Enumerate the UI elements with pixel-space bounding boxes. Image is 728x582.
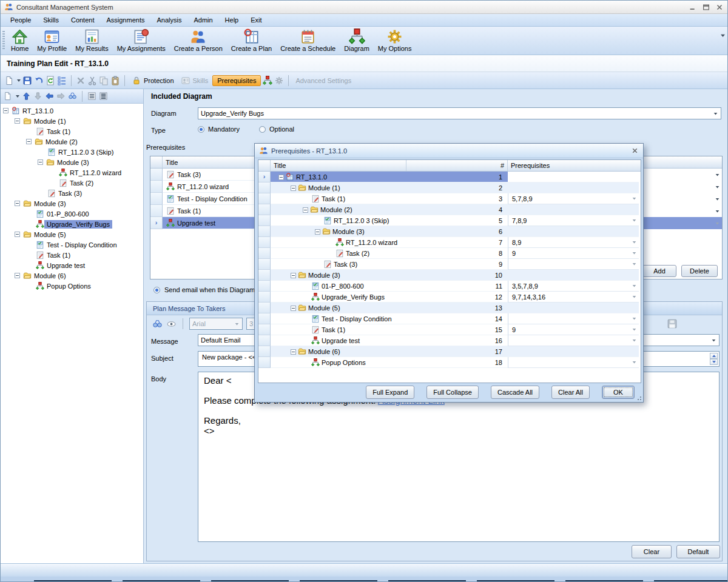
find-icon[interactable] xyxy=(68,92,77,101)
dialog-grid-row[interactable]: Module (2)4 xyxy=(258,204,641,215)
refresh-icon[interactable] xyxy=(46,76,55,85)
dialog-grid-row[interactable]: 01-P_800-600113,5,7,8,9 xyxy=(258,281,641,292)
delete-x-icon[interactable] xyxy=(76,76,86,85)
menu-people[interactable]: People xyxy=(4,15,37,25)
save-message-icon[interactable] xyxy=(667,318,678,329)
dropdown-gray-icon[interactable] xyxy=(632,283,637,289)
dropdown-icon[interactable] xyxy=(715,196,720,202)
dialog-grid-row[interactable]: Module (3)6 xyxy=(258,226,641,237)
type-option-mandatory[interactable]: Mandatory xyxy=(198,125,240,133)
dialog-prerequisite-cell[interactable]: 7,8,9 xyxy=(508,215,639,226)
toolbar-create-a-person[interactable]: Create a Person xyxy=(171,28,226,53)
left-icon[interactable] xyxy=(45,92,54,101)
dialog-full-collapse-button[interactable]: Full Collapse xyxy=(426,386,479,399)
dropdown-gray-icon[interactable] xyxy=(632,250,637,256)
dialog-grid-row[interactable]: Module (6)17 xyxy=(258,346,641,357)
dialog-clear-all-button[interactable]: Clear All xyxy=(551,386,590,399)
dialog-grid-row[interactable]: Task (1)35,7,8,9 xyxy=(258,193,641,204)
dialog-grid-row[interactable]: Task (1)159 xyxy=(258,324,641,335)
dropdown-icon[interactable] xyxy=(715,209,720,214)
dialog-ok-button[interactable]: OK xyxy=(602,386,635,399)
dialog-prerequisite-cell[interactable] xyxy=(508,313,639,324)
dialog-prerequisite-cell[interactable]: 5,7,8,9 xyxy=(508,193,639,204)
dialog-row-gutter[interactable] xyxy=(258,303,271,313)
save-icon[interactable] xyxy=(22,76,32,85)
tree-expander[interactable] xyxy=(15,118,20,124)
tree-item[interactable]: Task (3) xyxy=(1,188,143,198)
radio-mandatory[interactable] xyxy=(198,126,204,133)
dialog-prerequisite-cell[interactable] xyxy=(508,259,639,270)
dialog-resize-grip[interactable] xyxy=(636,395,642,401)
dropdown-gray-icon[interactable] xyxy=(632,327,637,332)
checklist-icon[interactable] xyxy=(57,76,67,85)
close-icon[interactable] xyxy=(715,3,724,12)
tree-item[interactable]: Upgrade_Verify Bugs xyxy=(1,219,143,229)
advanced-settings-button[interactable]: Advanced Settings xyxy=(293,75,354,86)
skills-button[interactable]: Skills xyxy=(178,74,211,87)
dropdown-gray-icon[interactable] xyxy=(632,218,637,223)
tree-item[interactable]: Module (6) xyxy=(1,270,143,281)
menu-assignments[interactable]: Assignments xyxy=(100,15,150,25)
toolbar-overflow-icon[interactable] xyxy=(720,32,726,39)
menu-exit[interactable]: Exit xyxy=(244,15,268,25)
row-gutter[interactable] xyxy=(150,205,163,217)
tree-item[interactable]: Module (3) xyxy=(1,198,143,209)
chevron-down-icon[interactable] xyxy=(713,111,718,116)
dialog-grid-row[interactable]: RT_11.2.0 wizard78,9 xyxy=(258,237,641,248)
dialog-header-prerequisites[interactable]: Prerequisites xyxy=(508,160,639,171)
tree-item[interactable]: Upgrade test xyxy=(1,260,143,270)
dialog-grid-row[interactable]: Test - Display Condition14 xyxy=(258,313,641,324)
dialog-row-gutter[interactable] xyxy=(258,313,271,324)
add-button[interactable]: Add xyxy=(642,265,676,277)
paste-icon[interactable] xyxy=(110,76,120,85)
tree-item[interactable]: Module (1) xyxy=(1,116,143,126)
menu-analysis[interactable]: Analysis xyxy=(150,15,187,25)
dialog-prerequisite-cell[interactable]: 9 xyxy=(508,324,639,335)
dialog-grid-row[interactable]: Task (3)9 xyxy=(258,259,641,270)
dialog-row-gutter[interactable] xyxy=(258,193,271,204)
dialog-row-gutter[interactable] xyxy=(258,335,271,346)
tree-item[interactable]: 01-P_800-600 xyxy=(1,209,143,219)
new-icon[interactable] xyxy=(4,76,14,85)
tree-item[interactable]: Test - Display Condition xyxy=(1,239,143,250)
chevron-down-icon[interactable] xyxy=(711,338,716,343)
tree-item[interactable]: Module (2) xyxy=(1,136,143,147)
tree-expander[interactable] xyxy=(15,201,20,206)
minimize-icon[interactable] xyxy=(689,3,697,12)
new-icon[interactable] xyxy=(3,92,12,101)
dropdown-gray-icon[interactable] xyxy=(632,338,637,343)
menu-skills[interactable]: Skills xyxy=(37,15,65,25)
dialog-grid-row[interactable]: ›RT_13.1.01 xyxy=(258,172,641,182)
tree-expander[interactable] xyxy=(291,186,296,191)
dialog-row-gutter[interactable] xyxy=(258,324,271,335)
dialog-prerequisite-cell[interactable]: 8,9 xyxy=(508,237,639,248)
dialog-grid-row[interactable]: Module (5)13 xyxy=(258,303,641,313)
dropdown-gray-icon[interactable] xyxy=(632,316,637,321)
tree-item[interactable]: Task (2) xyxy=(1,178,143,188)
tree-expander[interactable] xyxy=(38,159,43,165)
up-icon[interactable] xyxy=(22,92,31,101)
new-dropdown-icon[interactable] xyxy=(16,95,19,98)
tree-item[interactable]: Popup Options xyxy=(1,281,143,291)
diagram-icon[interactable] xyxy=(263,76,272,85)
dialog-grid-row[interactable]: RT_11.2.0 3 (Skip)57,8,9 xyxy=(258,215,641,226)
dialog-grid-row[interactable]: Module (1)2 xyxy=(258,182,641,193)
scroll-down-icon[interactable] xyxy=(710,359,718,365)
gear-icon[interactable] xyxy=(274,76,284,85)
tree-item[interactable]: Task (1) xyxy=(1,126,143,136)
dropdown-icon[interactable] xyxy=(715,184,720,190)
dropdown-gray-icon[interactable] xyxy=(632,360,637,365)
tree-item[interactable]: Task (1) xyxy=(1,250,143,260)
dialog-prerequisite-cell[interactable]: 9 xyxy=(508,248,639,259)
toolbar-my-profile[interactable]: My Profile xyxy=(34,28,70,53)
dropdown-gray-icon[interactable] xyxy=(632,239,637,245)
dialog-row-gutter[interactable]: › xyxy=(258,172,271,182)
toolbar-my-assignments[interactable]: My Assignments xyxy=(114,28,169,53)
menu-help[interactable]: Help xyxy=(219,15,245,25)
dropdown-gray-icon[interactable] xyxy=(632,196,637,201)
dialog-row-gutter[interactable] xyxy=(258,281,271,292)
undo-icon[interactable] xyxy=(34,76,44,85)
find-icon[interactable] xyxy=(152,319,163,329)
new-dropdown-icon[interactable] xyxy=(17,79,21,82)
copy-icon[interactable] xyxy=(99,76,109,85)
